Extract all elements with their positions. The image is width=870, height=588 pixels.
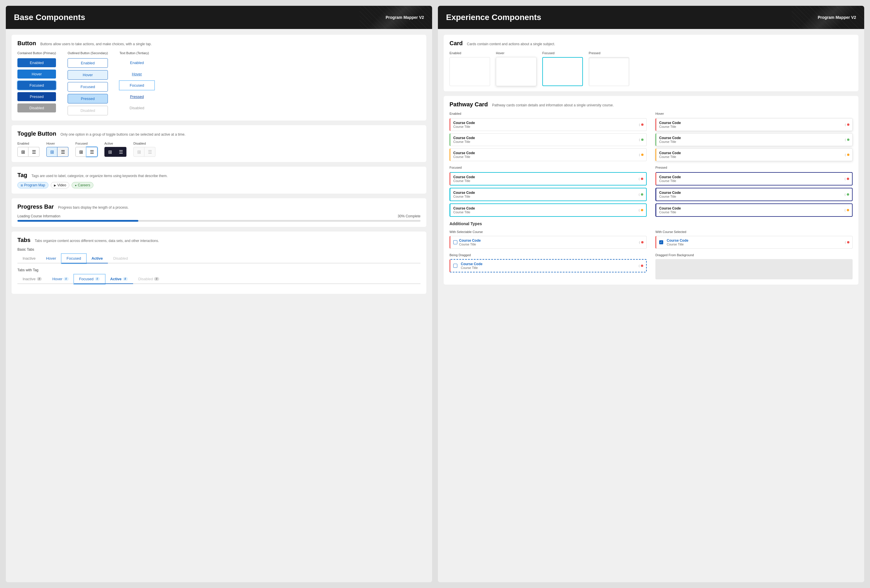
toggle-disabled-label: Disabled [133,142,155,145]
toggle-grid-active[interactable]: ⊞ [104,147,115,157]
btn-contained-enabled[interactable]: Enabled [17,58,56,67]
button-groups: Contained Button (Primary) Enabled Hover… [17,51,420,115]
toggle-list-disabled: ☰ [145,147,155,157]
tab-active[interactable]: Active [86,254,108,263]
card-enabled[interactable] [450,57,490,86]
expand-icon-2[interactable]: ⟨ [639,138,640,141]
toggle-disabled-pair: ⊞ ☰ [133,147,155,157]
pathway-enabled-red[interactable]: Course Code Course Title ⟨ [450,118,647,131]
expand-icon-h1[interactable]: ⟨ [845,123,846,126]
dot-yellow-f3 [641,209,643,211]
card-pressed[interactable] [589,57,629,86]
dot-red-f1 [641,178,643,180]
pathway-pressed-red[interactable]: Course Code Course Title ⟨ [655,172,853,186]
pathway-section: Pathway Card Pathway cards contain detai… [444,96,858,285]
pathway-section-header: Pathway Card Pathway cards contain detai… [450,101,853,108]
card-hover-label: Hover [496,51,536,55]
tab-focused[interactable]: Focused [61,254,86,263]
btn-text-pressed[interactable]: Pressed [119,92,154,101]
checkbox-drag[interactable] [453,264,457,268]
selected-col: With Course Selected ✓ Course Code Cours… [655,230,853,249]
card-section: Card Cards contain content and actions a… [444,35,858,91]
tag-careers[interactable]: ● Careers [72,182,93,189]
expand-icon-f3[interactable]: ⟨ [639,209,640,212]
btn-contained-focused[interactable]: Focused [17,81,56,90]
tab-disabled: Disabled [108,254,133,263]
tag-tab-focused[interactable]: Focused # [74,275,105,284]
tag-tab-inactive[interactable]: Inactive # [17,275,47,284]
toggle-list-hover[interactable]: ☰ [57,147,69,157]
tab-hover[interactable]: Hover [41,254,61,263]
btn-contained-hover[interactable]: Hover [17,70,56,79]
expand-icon-3[interactable]: ⟨ [639,153,640,156]
expand-icon-p2[interactable]: ⟨ [845,193,846,196]
btn-text-enabled[interactable]: Enabled [119,58,154,67]
selectable-col: With Selectable Course Course Code Cours… [450,230,647,249]
btn-outlined-hover[interactable]: Hover [67,70,108,80]
checkbox-checked[interactable]: ✓ [659,240,663,244]
btn-outlined-focused[interactable]: Focused [67,82,108,92]
expand-icon-drag[interactable]: ⟨ [639,264,640,267]
pathway-dragged[interactable]: Course Code Course Title ⟨ [450,259,647,272]
toggle-grid-enabled[interactable]: ⊞ [17,147,28,157]
card-focused[interactable] [542,57,583,86]
checkbox-unchecked[interactable] [453,240,457,244]
pathway-selected[interactable]: ✓ Course Code Course Title ⟨ [655,236,853,249]
badge-focused: # [95,277,100,281]
pathway-focused-yellow[interactable]: Course Code Course Title ⟨ [450,203,647,217]
pathway-enabled-col: Enabled Course Code Course Title ⟨ [450,112,647,161]
expand-icon-f2[interactable]: ⟨ [639,193,640,196]
tag-video[interactable]: ▶ Video [51,182,69,189]
pathway-pressed-yellow[interactable]: Course Code Course Title ⟨ [655,203,853,217]
expand-icon-p3[interactable]: ⟨ [845,209,846,212]
btn-outlined-enabled[interactable]: Enabled [67,58,108,68]
expand-icon-h3[interactable]: ⟨ [845,153,846,156]
pathway-focused-red[interactable]: Course Code Course Title ⟨ [450,172,647,186]
pathway-hover-yellow[interactable]: Course Code Course Title ⟨ [655,148,853,161]
tag-program-map[interactable]: ⊞ Program Map [17,182,48,189]
expand-icon-sel[interactable]: ⟨ [639,241,640,244]
card-desc: Cards contain content and actions about … [467,42,555,46]
drag-from-background [655,259,853,279]
progress-complete-label: 30% Complete [398,214,420,218]
btn-text-focused[interactable]: Focused [119,81,154,90]
pathway-hover-red[interactable]: Course Code Course Title ⟨ [655,118,853,131]
badge-disabled: # [154,277,159,281]
btn-text-hover[interactable]: Hover [119,70,154,79]
pathway-code-p3: Course Code [659,206,845,210]
tag-tab-active[interactable]: Active # [105,275,133,284]
text-label: Text Button (Tertiary) [119,51,154,55]
expand-icon-f1[interactable]: ⟨ [639,177,640,181]
toggle-list-active[interactable]: ☰ [115,147,127,157]
pathway-pressed-green[interactable]: Course Code Course Title ⟨ [655,188,853,201]
selectable-col-label: With Selectable Course [450,230,647,233]
pathway-actions-f2: ⟨ [639,193,643,196]
toggle-active-group: Active ⊞ ☰ [104,142,127,157]
tag-tab-hover[interactable]: Hover # [47,275,74,284]
btn-outlined-pressed[interactable]: Pressed [67,94,108,104]
toggle-list-focused[interactable]: ☰ [86,147,97,157]
pathway-enabled-green[interactable]: Course Code Course Title ⟨ [450,133,647,146]
tag-tab-disabled-inner: Disabled # [139,277,159,281]
toggle-grid-hover[interactable]: ⊞ [46,147,57,157]
toggle-grid-focused[interactable]: ⊞ [75,147,86,157]
tabs-desc: Tabs organize content across different s… [35,239,159,243]
toggle-hover-pair: ⊞ ☰ [46,147,69,157]
right-panel-header: Experience Components Program Mapper V2 [438,6,864,29]
tab-inactive[interactable]: Inactive [17,254,41,263]
pathway-selectable-actions: ⟨ [639,241,644,244]
pathway-hover-green[interactable]: Course Code Course Title ⟨ [655,133,853,146]
card-hover-group: Hover [496,51,536,86]
progress-section-header: Progress Bar Progress bars display the l… [17,203,420,210]
pathway-focused-green[interactable]: Course Code Course Title ⟨ [450,188,647,201]
expand-icon-1[interactable]: ⟨ [639,123,640,126]
pathway-selectable[interactable]: Course Code Course Title ⟨ [450,236,647,249]
btn-contained-pressed[interactable]: Pressed [17,92,56,101]
expand-icon-selected[interactable]: ⟨ [845,241,846,244]
pathway-enabled-yellow[interactable]: Course Code Course Title ⟨ [450,148,647,161]
pathway-content-p3: Course Code Course Title [659,206,845,214]
expand-icon-p1[interactable]: ⟨ [845,177,846,181]
expand-icon-h2[interactable]: ⟨ [845,138,846,141]
card-hover[interactable] [496,57,536,86]
toggle-list-enabled[interactable]: ☰ [28,147,39,157]
